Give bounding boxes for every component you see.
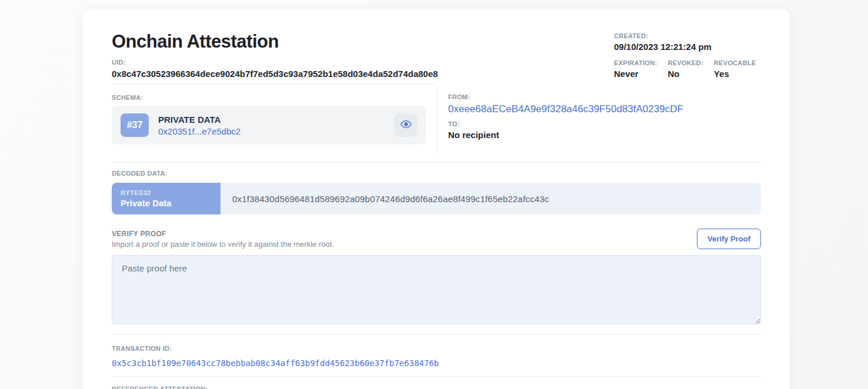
revoked-label: REVOKED: <box>667 59 703 66</box>
transaction-id-link[interactable]: 0x5c3cb1bf109e70643cc78bebbab08c34aff63b… <box>112 358 439 368</box>
header-left: Onchain Attestation UID: 0x8c47c30523966… <box>112 32 438 79</box>
uid-value: 0x8c47c30523966364dece9024b7f7ed5d3c93a7… <box>112 69 438 79</box>
referenced-attestation-label: REFERENCED ATTESTATION: <box>112 385 761 389</box>
decoded-data-section: DECODED DATA: BYTES32 Private Data 0x1f3… <box>112 163 761 214</box>
header-right: CREATED: 09/10/2023 12:21:24 pm EXPIRATI… <box>614 32 761 79</box>
expiration-flag: EXPIRATION: Never <box>614 59 657 79</box>
schema-parties-row: SCHEMA: #37 PRIVATE DATA 0x20351f...e7e5… <box>112 84 761 163</box>
schema-name: PRIVATE DATA <box>158 115 241 125</box>
verify-proof-text: VERIFY PROOF Import a proof or paste it … <box>112 230 334 249</box>
schema-number-badge: #37 <box>121 113 149 137</box>
revocable-label: REVOCABLE <box>714 59 756 66</box>
flags-row: EXPIRATION: Never REVOKED: No REVOCABLE … <box>614 59 761 79</box>
revoked-value: No <box>667 69 703 79</box>
referenced-attestation-section: REFERENCED ATTESTATION: <box>112 377 761 389</box>
revocable-flag: REVOCABLE Yes <box>714 59 756 79</box>
created-value: 09/10/2023 12:21:24 pm <box>614 42 761 52</box>
schema-card[interactable]: #37 PRIVATE DATA 0x20351f...e7e5dbc2 <box>112 106 426 145</box>
uid-label: UID: <box>112 59 438 66</box>
toggle-visibility-button[interactable] <box>394 113 418 137</box>
decoded-field-name: Private Data <box>121 198 221 208</box>
schema-text: PRIVATE DATA 0x20351f...e7e5dbc2 <box>158 115 241 136</box>
schema-section: SCHEMA: #37 PRIVATE DATA 0x20351f...e7e5… <box>112 84 436 162</box>
verify-proof-header: VERIFY PROOF Import a proof or paste it … <box>112 229 761 249</box>
expiration-label: EXPIRATION: <box>614 59 657 66</box>
decoded-field-badge: BYTES32 Private Data <box>112 183 221 214</box>
decoded-field-value: 0x1f38430d5696481d589692a09b074246d9d6f6… <box>221 183 761 214</box>
revoked-flag: REVOKED: No <box>667 59 703 79</box>
decoded-data-label: DECODED DATA: <box>112 170 761 177</box>
decoded-field-row: BYTES32 Private Data 0x1f38430d5696481d5… <box>112 183 761 214</box>
attestation-card: Onchain Attestation UID: 0x8c47c30523966… <box>83 9 790 389</box>
verify-proof-label: VERIFY PROOF <box>112 230 334 238</box>
schema-uid-link[interactable]: 0x20351f...e7e5dbc2 <box>158 126 241 136</box>
expiration-value: Never <box>614 69 657 79</box>
transaction-id-label: TRANSACTION ID: <box>112 345 761 352</box>
page-title: Onchain Attestation <box>112 32 438 51</box>
verify-proof-section: VERIFY PROOF Import a proof or paste it … <box>112 229 761 335</box>
transaction-section: TRANSACTION ID: 0x5c3cb1bf109e70643cc78b… <box>112 335 761 377</box>
proof-textarea[interactable] <box>112 255 761 324</box>
to-value: No recipient <box>448 130 761 140</box>
from-address-link[interactable]: 0xeee68aECeB4A9e9f328a46c39F50d83fA0239c… <box>448 103 761 115</box>
from-label: FROM: <box>448 93 761 100</box>
schema-section-label: SCHEMA: <box>112 94 426 101</box>
verify-proof-button[interactable]: Verify Proof <box>697 229 761 249</box>
to-label: TO: <box>448 120 761 128</box>
header: Onchain Attestation UID: 0x8c47c30523966… <box>112 32 761 84</box>
revocable-value: Yes <box>714 69 756 79</box>
verify-proof-description: Import a proof or paste it below to veri… <box>112 240 334 249</box>
eye-icon <box>400 118 412 132</box>
decoded-field-type: BYTES32 <box>121 189 221 196</box>
created-label: CREATED: <box>614 32 761 39</box>
parties-section: FROM: 0xeee68aECeB4A9e9f328a46c39F50d83f… <box>437 84 761 162</box>
